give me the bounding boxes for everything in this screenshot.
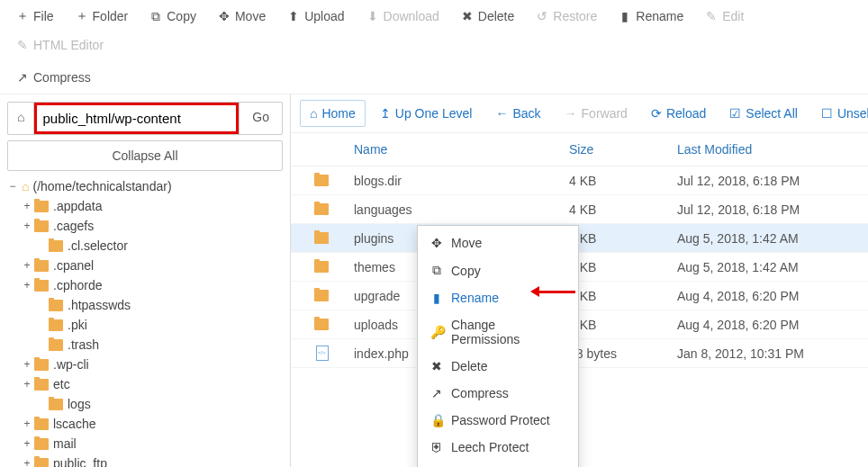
table-row[interactable]: languages4 KBJul 12, 2018, 6:18 PM [291, 195, 868, 224]
nav-forward-label: Forward [582, 106, 628, 121]
row-name: blogs.dir [354, 174, 569, 188]
tree-item-label: .cpanel [53, 258, 94, 273]
folder-icon [34, 438, 49, 450]
path-input-highlight [34, 103, 239, 134]
table-row[interactable]: plugins4 KBAug 5, 2018, 1:42 AM [291, 224, 868, 253]
table-row[interactable]: blogs.dir4 KBJul 12, 2018, 6:18 PM [291, 166, 868, 195]
row-size: 4 KB [569, 174, 677, 188]
rename-button[interactable]: ▮Rename [610, 4, 692, 29]
shield-icon: ⛨ [430, 440, 443, 454]
ctx-manage-indices[interactable]: 🔧Manage Indices [418, 461, 578, 467]
folder-icon [34, 201, 49, 212]
tree-root[interactable]: − ⌂ (/home/technicalstandar) [7, 176, 283, 196]
delete-button[interactable]: ✖Delete [452, 4, 523, 29]
table-row[interactable]: themes4 KBAug 5, 2018, 1:42 AM [291, 253, 868, 282]
nav-back-button[interactable]: ←Back [486, 101, 549, 126]
tree-item[interactable]: +.cagefs [7, 216, 283, 236]
back-icon: ← [495, 106, 508, 121]
table-row[interactable]: uploads4 KBAug 4, 2018, 6:20 PM [291, 310, 868, 339]
tree-item[interactable]: +.cphorde [7, 275, 283, 295]
ctx-move[interactable]: ✥Move [418, 229, 578, 256]
rename-label: Rename [636, 9, 683, 23]
tree-item[interactable]: logs [7, 394, 283, 414]
reload-icon: ⟳ [651, 106, 662, 121]
home-icon-button[interactable]: ⌂ [8, 103, 34, 134]
folder-icon [49, 339, 63, 351]
ctx-compress[interactable]: ↗Compress [418, 380, 578, 407]
expand-icon[interactable]: + [22, 418, 32, 430]
ctx-copy[interactable]: ⧉Copy [418, 256, 578, 284]
header-modified[interactable]: Last Modified [677, 142, 868, 157]
tree-item[interactable]: .cl.selector [7, 236, 283, 256]
nav-up-label: Up One Level [395, 106, 473, 121]
header-size[interactable]: Size [569, 142, 677, 157]
tree-item[interactable]: +public_ftp [7, 454, 283, 467]
upload-icon: ⬆ [287, 10, 300, 22]
nav-toolbar: ⌂Home ↥Up One Level ←Back →Forward ⟳Relo… [291, 94, 868, 133]
folder-button[interactable]: ＋Folder [67, 4, 138, 29]
tree-item[interactable]: .htpasswds [7, 295, 283, 315]
expand-icon[interactable]: + [22, 358, 32, 371]
tree-item[interactable]: +etc [7, 374, 283, 394]
nav-forward-button[interactable]: →Forward [556, 101, 637, 126]
ctx-leech-protect[interactable]: ⛨Leech Protect [418, 434, 578, 461]
folder-label: Folder [93, 9, 129, 23]
edit-button[interactable]: ✎Edit [696, 4, 753, 29]
expand-icon[interactable]: + [22, 437, 32, 450]
table-row[interactable]: index.php28 bytesJan 8, 2012, 10:31 PM [291, 339, 868, 368]
folder-icon [49, 399, 63, 410]
tree-item[interactable]: .trash [7, 335, 283, 355]
row-size: 4 KB [569, 231, 677, 246]
folder-icon [34, 359, 49, 371]
file-button[interactable]: ＋File [7, 4, 63, 29]
table-row[interactable]: upgrade4 KBAug 4, 2018, 6:20 PM [291, 282, 868, 310]
nav-selectall-button[interactable]: ☑Select All [720, 101, 807, 126]
expand-icon[interactable]: + [22, 457, 32, 467]
collapse-all-button[interactable]: Collapse All [7, 140, 283, 171]
nav-home-button[interactable]: ⌂Home [300, 100, 366, 127]
tree-item[interactable]: +lscache [7, 414, 283, 434]
expand-icon[interactable]: + [22, 279, 32, 292]
ctx-delete[interactable]: ✖Delete [418, 353, 578, 380]
tree-item-label: .cagefs [53, 219, 94, 233]
tree-item[interactable]: +.appdata [7, 196, 283, 216]
plus-icon: ＋ [16, 10, 29, 22]
ctx-change-permissions[interactable]: 🔑Change Permissions [418, 311, 578, 353]
row-size: 4 KB [569, 202, 677, 217]
html-editor-button[interactable]: ✎HTML Editor [7, 32, 113, 58]
download-button[interactable]: ⬇Download [357, 4, 448, 29]
uncheck-icon: ☐ [821, 106, 833, 121]
nav-back-label: Back [512, 106, 540, 121]
go-button[interactable]: Go [239, 103, 282, 134]
compress-button[interactable]: ↗Compress [7, 65, 100, 90]
tree-item-label: .trash [68, 337, 99, 352]
move-button[interactable]: ✥Move [209, 4, 275, 29]
path-input[interactable] [39, 107, 234, 130]
collapse-icon[interactable]: − [7, 180, 18, 193]
nav-unselect-button[interactable]: ☐Unsel [812, 101, 868, 126]
expand-icon[interactable]: + [22, 200, 32, 212]
folder-icon [314, 203, 329, 215]
left-panel: ⌂ Go Collapse All − ⌂ (/home/technicalst… [0, 94, 291, 467]
expand-icon[interactable]: + [22, 378, 32, 391]
expand-icon[interactable]: + [22, 220, 32, 232]
key-icon: 🔑 [430, 325, 443, 339]
nav-reload-button[interactable]: ⟳Reload [642, 101, 715, 126]
tree-item[interactable]: +.wp-cli [7, 355, 283, 374]
ctx-password-protect[interactable]: 🔒Password Protect [418, 407, 578, 434]
restore-button[interactable]: ↺Restore [527, 4, 606, 29]
header-name[interactable]: Name [291, 142, 569, 157]
upload-button[interactable]: ⬆Upload [278, 4, 353, 29]
tree-item[interactable]: .pki [7, 315, 283, 335]
delete-label: Delete [478, 9, 514, 23]
tree-item[interactable]: +mail [7, 434, 283, 454]
compress-icon: ↗ [16, 71, 29, 84]
ctx-rename[interactable]: ▮Rename [418, 284, 578, 311]
row-icon-cell [291, 203, 354, 215]
tree-item[interactable]: +.cpanel [7, 256, 283, 275]
copy-button[interactable]: ⧉Copy [140, 4, 205, 29]
expand-icon[interactable]: + [22, 259, 32, 272]
copy-icon: ⧉ [430, 263, 443, 278]
nav-up-button[interactable]: ↥Up One Level [371, 101, 482, 126]
ctx-compress-label: Compress [451, 386, 509, 400]
